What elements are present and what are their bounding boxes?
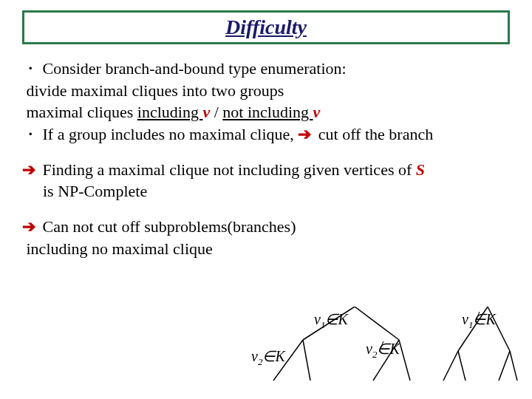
svg-line-5 bbox=[399, 340, 410, 381]
finding-text-a: Finding a maximal clique not including g… bbox=[38, 160, 416, 179]
variable-s: S bbox=[416, 160, 425, 179]
content-area: ・ Consider branch-and-bound type enumera… bbox=[0, 44, 532, 260]
separator-slash: / bbox=[210, 103, 222, 121]
variable-v-1: v bbox=[202, 103, 210, 121]
paragraph-2: ➔ Finding a maximal clique not including… bbox=[22, 159, 510, 202]
finding-text-b: is NP-Complete bbox=[22, 182, 147, 200]
bullet-1-line3a: maximal cliques bbox=[27, 103, 137, 121]
label-v1-in-k: v1∈K bbox=[314, 310, 348, 331]
cannot-text-b: including no maximal clique bbox=[27, 239, 213, 258]
arrow-icon: ➔ bbox=[22, 159, 38, 181]
label-v2-in-k: v2∈K bbox=[251, 347, 285, 368]
svg-line-9 bbox=[458, 351, 466, 381]
bullet-1-line2: divide maximal cliques into two groups bbox=[27, 81, 284, 100]
svg-line-3 bbox=[303, 340, 310, 381]
label-v2-notin-k: v2∈/K bbox=[366, 340, 400, 361]
label-v1-notin-k: v1∈/K bbox=[462, 310, 496, 331]
arrow-icon: ➔ bbox=[298, 123, 314, 146]
including-underline: including bbox=[137, 103, 203, 121]
svg-line-11 bbox=[510, 351, 517, 381]
svg-line-10 bbox=[499, 351, 510, 381]
cannot-text-a: Can not cut off subproblems(branches) bbox=[38, 217, 296, 236]
paragraph-3: ➔ Can not cut off subproblems(branches) … bbox=[22, 216, 510, 259]
bullet-2-prefix: ・ If a group includes no maximal clique, bbox=[22, 125, 298, 143]
page-title: Difficulty bbox=[225, 16, 307, 38]
title-box: Difficulty bbox=[22, 10, 510, 44]
bullet-2-suffix: cut off the branch bbox=[314, 125, 433, 143]
svg-line-8 bbox=[443, 351, 458, 381]
paragraph-1: ・ Consider branch-and-bound type enumera… bbox=[22, 58, 510, 146]
bullet-1-line1: ・ Consider branch-and-bound type enumera… bbox=[22, 59, 347, 78]
svg-line-1 bbox=[355, 307, 399, 340]
arrow-icon: ➔ bbox=[22, 216, 38, 238]
tree-diagram: v1∈K v1∈/K v2∈K v2∈/K bbox=[244, 307, 525, 395]
not-including-underline: not including bbox=[222, 103, 313, 121]
variable-v-2: v bbox=[313, 103, 321, 121]
